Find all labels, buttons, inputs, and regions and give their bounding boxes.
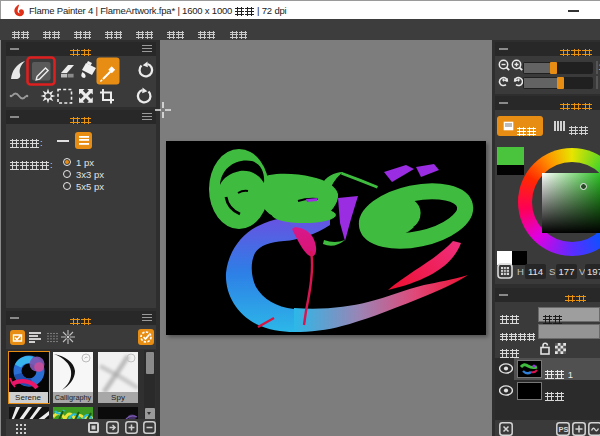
svg-text:PS: PS — [558, 425, 568, 434]
